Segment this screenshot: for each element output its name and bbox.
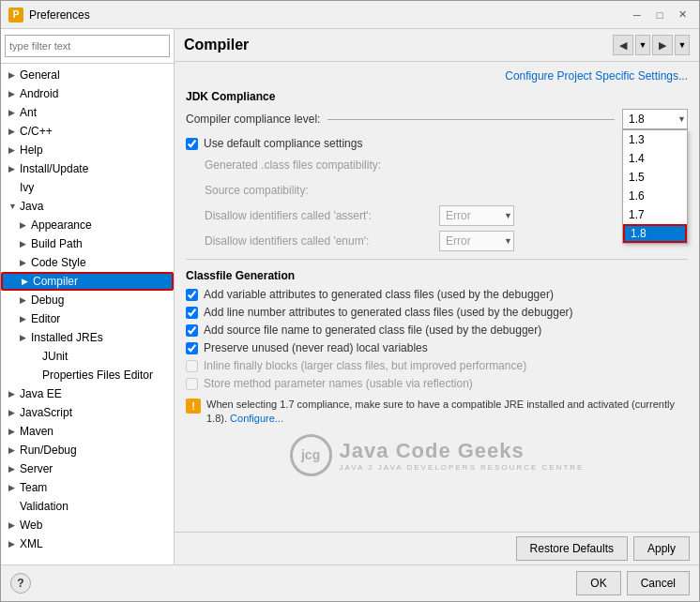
classfile-checkbox-1[interactable] [186,289,198,301]
warning-text: When selecting 1.7 compliance, make sure… [206,398,688,427]
sidebar-item-ivy[interactable]: Ivy [1,178,174,197]
arrow-icon: ▶ [8,483,20,492]
classfile-checkbox-4[interactable] [186,342,198,354]
restore-defaults-button[interactable]: Restore Defaults [516,536,628,561]
sidebar-item-android[interactable]: ▶ Android [1,84,174,103]
bottom-bar-left: ? [10,573,31,594]
sidebar-item-editor[interactable]: ▶ Editor [1,309,174,328]
sidebar-item-javascript[interactable]: ▶ JavaScript [1,403,174,422]
sidebar-item-label: Java [20,200,43,213]
help-button[interactable]: ? [10,573,31,594]
panel-title: Compiler [184,37,249,53]
generated-row: Generated .class files compatibility: [186,155,688,175]
window-title: Preferences [29,8,628,22]
config-project-link[interactable]: Configure Project Specific Settings... [505,69,688,83]
assert-select[interactable]: Error [439,205,514,226]
sidebar-item-buildpath[interactable]: ▶ Build Path [1,234,174,253]
compliance-line [327,119,615,120]
arrow-icon: ▶ [8,389,20,399]
arrow-icon: ▶ [8,70,20,80]
use-default-label[interactable]: Use default compliance settings [204,137,362,150]
compliance-label: Compiler compliance level: [186,113,320,126]
back-button[interactable]: ◀ [613,35,633,55]
forward-dropdown[interactable]: ▼ [675,35,690,55]
panel-body: Configure Project Specific Settings... J… [175,62,699,532]
sidebar-item-help[interactable]: ▶ Help [1,141,174,159]
arrow-icon: ▶ [20,314,31,324]
assert-label: Disallow identifiers called 'assert': [205,209,439,222]
classfile-check-5: Inline finally blocks (larger class file… [186,359,688,372]
sidebar-item-label: JUnit [42,350,68,363]
sidebar-item-label: Install/Update [20,162,88,175]
sidebar: ▶ General ▶ Android ▶ Ant ▶ C/C++ [1,29,175,564]
sidebar-item-ant[interactable]: ▶ Ant [1,103,174,122]
main-panel: Compiler ◀ ▼ ▶ ▼ Configure Project Speci… [175,29,699,564]
option-1-7[interactable]: 1.7 [623,205,687,224]
option-1-8[interactable]: 1.8 [623,224,687,243]
option-1-4[interactable]: 1.4 [623,149,687,168]
logo-text-area: Java Code Geeks JAVA 2 JAVA DEVELOPERS R… [340,439,585,472]
sidebar-item-appearance[interactable]: ▶ Appearance [1,216,174,234]
forward-button[interactable]: ▶ [652,35,673,55]
close-button[interactable]: ✕ [673,6,692,24]
sidebar-item-server[interactable]: ▶ Server [1,459,174,478]
sidebar-item-debug[interactable]: ▶ Debug [1,291,174,309]
sidebar-item-install[interactable]: ▶ Install/Update [1,159,174,178]
ok-button[interactable]: OK [576,571,620,595]
window-controls: ─ □ ✕ [628,6,692,24]
cancel-button[interactable]: Cancel [627,571,690,595]
compliance-select[interactable]: 1.8 [622,109,688,129]
option-1-3[interactable]: 1.3 [623,130,687,149]
sidebar-item-general[interactable]: ▶ General [1,66,174,84]
option-1-6[interactable]: 1.6 [623,187,687,205]
compliance-dropdown-popup: 1.3 1.4 1.5 1.6 1.7 1.8 [622,129,688,244]
sidebar-item-java[interactable]: ▼ Java [1,197,174,216]
arrow-icon: ▶ [20,333,31,342]
warning-icon: ! [186,399,201,414]
sidebar-item-maven[interactable]: ▶ Maven [1,422,174,441]
configure-link[interactable]: Configure... [230,413,283,424]
sidebar-item-installed-jres[interactable]: ▶ Installed JREs [1,328,174,347]
arrow-icon: ▶ [8,464,20,474]
maximize-button[interactable]: □ [650,6,669,24]
classfile-label-3: Add source file name to generated class … [204,324,541,337]
sidebar-item-cpp[interactable]: ▶ C/C++ [1,122,174,141]
arrow-icon: ▶ [8,108,20,117]
arrow-icon: ▶ [8,520,20,530]
sidebar-item-validation[interactable]: Validation [1,497,174,516]
classfile-label-2: Add line number attributes to generated … [204,306,573,319]
arrow-icon: ▶ [8,145,20,155]
classfile-checkbox-3[interactable] [186,324,198,337]
sidebar-item-label: General [20,68,60,82]
classfile-check-2: Add line number attributes to generated … [186,306,688,319]
sidebar-item-propfiles[interactable]: Properties Files Editor [1,366,174,384]
sidebar-item-javaee[interactable]: ▶ Java EE [1,384,174,403]
use-default-checkbox[interactable] [186,138,198,150]
classfile-label-4: Preserve unused (never read) local varia… [204,341,428,354]
sidebar-item-label: Java EE [20,387,62,400]
sidebar-item-xml[interactable]: ▶ XML [1,534,174,553]
sidebar-item-junit[interactable]: JUnit [1,347,174,366]
logo-circle: jcg [290,434,332,476]
classfile-check-1: Add variable attributes to generated cla… [186,288,688,301]
option-1-5[interactable]: 1.5 [623,168,687,187]
arrow-icon: ▶ [8,89,20,98]
content-area: ▶ General ▶ Android ▶ Ant ▶ C/C++ [1,29,699,564]
logo-initials: jcg [301,447,320,462]
minimize-button[interactable]: ─ [628,6,647,24]
config-link-area: Configure Project Specific Settings... [186,69,688,83]
search-input[interactable] [5,35,170,57]
classfile-checkbox-2[interactable] [186,307,198,319]
sidebar-item-label: Help [20,143,43,157]
enum-select[interactable]: Error [439,231,514,251]
sidebar-item-team[interactable]: ▶ Team [1,478,174,497]
sidebar-item-compiler[interactable]: ▶ Compiler [1,272,174,291]
apply-button[interactable]: Apply [633,536,690,561]
sidebar-item-rundebug[interactable]: ▶ Run/Debug [1,441,174,459]
sidebar-item-label: Code Style [31,256,86,269]
sidebar-item-web[interactable]: ▶ Web [1,516,174,534]
filter-box [1,29,174,64]
sidebar-item-codestyle[interactable]: ▶ Code Style [1,253,174,272]
sidebar-item-label: Team [20,481,47,494]
back-dropdown[interactable]: ▼ [635,35,650,55]
